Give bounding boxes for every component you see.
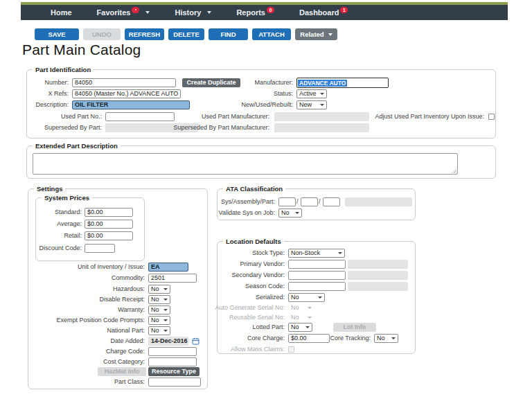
superseded-by-part-manufacturer-label: Superseded By Part Manufacturer: [173, 123, 269, 132]
cost-category-input[interactable] [148, 357, 197, 366]
extended-description-fieldset: Extended Part Description [26, 145, 496, 179]
primary-vendor-name-field [348, 260, 408, 269]
reusable-serial-select: No [288, 313, 314, 322]
core-tracking-select[interactable]: No [374, 334, 398, 343]
location-defaults-legend: Location Defaults [223, 238, 284, 245]
nav-label: Favorites [97, 8, 131, 17]
charge-code-input[interactable] [148, 347, 197, 356]
core-charge-input[interactable]: $0.00 [288, 334, 330, 343]
validate-sys-select[interactable]: No [278, 209, 302, 218]
serialized-value: No [291, 294, 299, 301]
hazardous-select[interactable]: No [148, 285, 170, 294]
unit-of-inventory-field[interactable]: EA [148, 263, 188, 272]
toolbar: SAVE UNDO REFRESH DELETE FIND ATTACH Rel… [35, 28, 337, 40]
used-part-no-input[interactable] [105, 112, 175, 121]
slash-separator: / [296, 197, 299, 206]
national-part-value: No [151, 327, 159, 335]
stock-type-value: Non-Stock [291, 249, 320, 257]
commodity-input[interactable]: 2501 [148, 274, 197, 283]
extended-description-legend: Extended Part Description [33, 142, 121, 150]
nav-item-reports[interactable]: Reports0 [224, 5, 287, 20]
retail-label: Retail: [64, 231, 82, 240]
favorites-badge [132, 7, 139, 13]
description-label: Description: [35, 100, 69, 109]
stock-type-select[interactable]: Non-Stock [288, 249, 345, 258]
number-label: Number: [44, 78, 69, 87]
nav-label: Dashboard [299, 8, 339, 17]
nav-item-dashboard[interactable]: Dashboard1 [287, 5, 360, 20]
nav-item-history[interactable]: History [162, 5, 224, 20]
secondary-vendor-name-field [348, 271, 408, 280]
reusable-serial-label: Reusable Serial No: [229, 313, 285, 322]
lotted-part-label: Lotted Part: [252, 323, 285, 332]
date-added-field: 14-Dec-2016 [148, 337, 188, 346]
lotted-part-select[interactable]: No [288, 323, 312, 332]
nav-label: Home [51, 8, 72, 17]
attach-button[interactable]: ATTACH [252, 28, 291, 40]
xrefs-select[interactable]: 84050 (Master No.) ADVANCE AUTO [72, 89, 181, 98]
auto-generate-serial-value: No [291, 304, 299, 312]
disable-receipt-label: Disable Receipt: [99, 295, 145, 304]
stock-type-label: Stock Type: [252, 249, 285, 258]
xrefs-label: X Refs: [48, 89, 69, 98]
exempt-position-code-select[interactable]: No [148, 316, 170, 325]
discount-code-input[interactable] [85, 244, 115, 253]
auto-generate-serial-select: No [288, 303, 314, 312]
save-button[interactable]: SAVE [35, 28, 79, 40]
reusable-serial-value: No [291, 314, 299, 321]
settings-legend: Settings [34, 185, 65, 193]
exempt-position-code-label: Exempt Position Code Prompts: [56, 316, 145, 325]
screen: Home Favorites History Reports0 Dashboar… [0, 0, 532, 399]
part-input[interactable] [323, 197, 340, 206]
lotted-part-value: No [291, 323, 299, 331]
serialized-select[interactable]: No [288, 293, 325, 302]
sys-input[interactable] [278, 197, 296, 206]
refresh-button[interactable]: REFRESH [125, 28, 164, 40]
standard-price-input[interactable]: $0.00 [85, 208, 133, 217]
season-code-input[interactable] [288, 282, 346, 291]
allow-mass-claims-checkbox [288, 346, 294, 353]
resource-type-button[interactable]: Resource Type [148, 367, 200, 376]
used-part-manufacturer-label: Used Part Manufacturer: [202, 112, 269, 121]
status-select[interactable]: Active [296, 89, 327, 98]
page-title: Part Main Catalog [22, 42, 141, 58]
create-duplicate-button[interactable]: Create Duplicate [182, 78, 240, 87]
manufacturer-input[interactable]: ADVANCE AUTO [296, 78, 389, 88]
serialized-label: Serialized: [256, 293, 285, 302]
part-class-label: Part Class: [114, 378, 145, 387]
new-used-rebuilt-select[interactable]: New [296, 100, 327, 109]
calendar-icon[interactable] [192, 337, 200, 345]
used-part-no-label: Used Part No.: [61, 112, 102, 121]
average-price-input[interactable]: $0.00 [85, 220, 133, 229]
dashboard-badge: 1 [340, 7, 348, 13]
allow-mass-claims-label: Allow Mass Claims: [231, 345, 285, 354]
related-button[interactable]: Related [295, 28, 337, 40]
delete-button[interactable]: DELETE [168, 28, 204, 40]
adjust-used-part-checkbox[interactable] [488, 114, 495, 120]
reports-badge: 0 [267, 7, 274, 13]
settings-fieldset: Settings System Prices Standard: $0.00 A… [28, 188, 208, 389]
assembly-input[interactable] [301, 197, 318, 206]
secondary-vendor-input[interactable] [288, 271, 346, 280]
nav-label: History [175, 8, 201, 17]
extended-description-textarea[interactable] [33, 153, 458, 175]
nav-item-favorites[interactable]: Favorites [85, 5, 163, 20]
part-class-input[interactable] [148, 378, 201, 387]
slash-separator: / [319, 197, 321, 206]
description-input[interactable]: OIL FILTER [72, 100, 190, 109]
hazardous-label: Hazardous: [113, 285, 145, 294]
national-part-label: National Part: [107, 326, 145, 335]
disable-receipt-select[interactable]: No [148, 295, 170, 304]
find-button[interactable]: FIND [209, 28, 248, 40]
warranty-select[interactable]: No [148, 305, 170, 314]
nav-item-home[interactable]: Home [38, 5, 85, 20]
national-part-select[interactable]: No [148, 326, 170, 335]
retail-price-input[interactable]: $0.00 [85, 231, 133, 240]
primary-vendor-input[interactable] [288, 260, 346, 269]
secondary-vendor-label: Secondary Vendor: [231, 271, 285, 280]
hazmat-info-button: HazMat Info [98, 367, 146, 376]
discount-code-label: Discount Code: [39, 244, 82, 253]
lot-info-button: Lot Info [333, 323, 376, 332]
number-input[interactable]: 84050 [72, 78, 176, 87]
nav-label: Reports [236, 8, 265, 17]
